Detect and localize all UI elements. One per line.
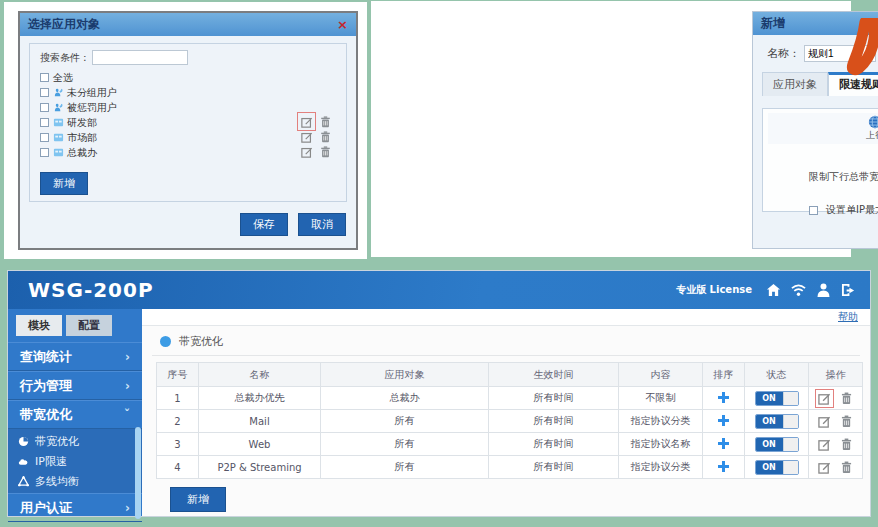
cloud-icon	[18, 456, 29, 467]
tab-rate-limit-rule[interactable]: 限速规则	[828, 72, 878, 96]
sidebar-subitem-bandwidth-opt[interactable]: 带宽优化	[8, 431, 142, 451]
cell-content: 指定协议名称	[619, 433, 703, 456]
close-icon[interactable]: ×	[337, 18, 348, 31]
edit-icon[interactable]	[300, 130, 313, 143]
name-label: 名称：	[767, 46, 800, 61]
cell-target: 所有	[321, 456, 489, 479]
toggle-knob	[783, 461, 798, 474]
on-toggle[interactable]: ON	[755, 437, 799, 452]
cell-no: 3	[157, 433, 199, 456]
dialog-title: 选择应用对象	[28, 16, 100, 33]
dialog-tabs: 应用对象 限速规则	[762, 72, 878, 96]
limit-bandwidth-label: 限制下行总带宽为	[809, 170, 878, 184]
checkbox[interactable]	[40, 73, 49, 82]
search-label: 搜索条件：	[40, 51, 90, 65]
checkbox[interactable]	[40, 88, 49, 97]
rule-name-input[interactable]	[804, 45, 876, 62]
col-ops: 操作	[809, 363, 863, 387]
home-icon[interactable]	[766, 283, 781, 298]
object-list-panel: 搜索条件： 全选 未分组用户 被惩罚用户 研发部	[29, 43, 347, 202]
table-row: 2 Mail 所有 所有时间 指定协议分类 ON	[157, 410, 863, 433]
section-dot-icon	[160, 336, 171, 347]
chevron-right-icon: ›	[125, 501, 130, 515]
add-object-button[interactable]: 新增	[40, 172, 88, 195]
list-item-marketing-dept[interactable]: 市场部	[40, 130, 336, 145]
edit-icon[interactable]	[818, 392, 831, 405]
sort-plus-icon[interactable]	[717, 391, 730, 404]
item-label: 总裁办	[67, 146, 97, 160]
sidebar-subitem-ip-limit[interactable]: IP限速	[8, 451, 142, 471]
delete-icon[interactable]	[840, 438, 853, 451]
logout-icon[interactable]	[841, 283, 856, 298]
list-item-punished-users[interactable]: 被惩罚用户	[40, 100, 336, 115]
col-content: 内容	[619, 363, 703, 387]
on-toggle[interactable]: ON	[755, 414, 799, 429]
delete-icon[interactable]	[840, 461, 853, 474]
cell-ops	[809, 387, 863, 410]
checkbox[interactable]	[40, 148, 49, 157]
cell-name: P2P & Streaming	[199, 456, 321, 479]
checkbox[interactable]	[40, 118, 49, 127]
pie-icon	[18, 436, 29, 447]
on-toggle[interactable]: ON	[755, 391, 799, 406]
sidebar-tab-module[interactable]: 模块	[16, 315, 62, 336]
direction-upstream-button[interactable]: 上行	[768, 113, 878, 144]
sidebar-item-query-stats[interactable]: 查询统计 ›	[8, 342, 142, 371]
delete-icon[interactable]	[319, 145, 332, 158]
edit-icon[interactable]	[818, 461, 831, 474]
sidebar-item-bandwidth-opt[interactable]: 带宽优化 ˇ	[8, 400, 142, 429]
sort-plus-icon[interactable]	[717, 460, 730, 473]
cell-sort	[703, 433, 745, 456]
edit-icon[interactable]	[300, 115, 313, 128]
wifi-icon[interactable]	[791, 283, 806, 298]
list-item-ungrouped-users[interactable]: 未分组用户	[40, 85, 336, 100]
cell-content: 指定协议分类	[619, 456, 703, 479]
item-label: 未分组用户	[67, 86, 117, 100]
delete-icon[interactable]	[840, 392, 853, 405]
sort-plus-icon[interactable]	[717, 437, 730, 450]
list-item-president-office[interactable]: 总裁办	[40, 145, 336, 160]
delete-icon[interactable]	[319, 115, 332, 128]
add-rule-button[interactable]: 新增	[170, 487, 226, 512]
checkbox[interactable]	[40, 103, 49, 112]
cell-status: ON	[745, 456, 809, 479]
user-icon[interactable]	[816, 283, 831, 298]
list-item-select-all[interactable]: 全选	[40, 70, 336, 85]
toggle-knob	[783, 415, 798, 428]
item-label: 被惩罚用户	[67, 101, 117, 115]
edit-icon[interactable]	[818, 438, 831, 451]
list-item-rd-dept[interactable]: 研发部	[40, 115, 336, 130]
sidebar-subitem-multiline-balance[interactable]: 多线均衡	[8, 471, 142, 491]
edit-icon[interactable]	[818, 415, 831, 428]
per-ip-label: 设置单IP最大带宽为	[826, 203, 878, 217]
tab-application-object[interactable]: 应用对象	[762, 72, 828, 96]
item-label: 全选	[53, 71, 73, 85]
bandwidth-submenu: 带宽优化 IP限速 多线均衡	[8, 429, 142, 493]
save-button[interactable]: 保存	[240, 213, 288, 236]
on-toggle[interactable]: ON	[755, 460, 799, 475]
help-link[interactable]: 帮助	[838, 310, 858, 324]
checkbox[interactable]	[40, 133, 49, 142]
search-input[interactable]	[92, 50, 188, 65]
cell-no: 1	[157, 387, 199, 410]
cell-time: 所有时间	[489, 410, 619, 433]
per-ip-checkbox[interactable]	[809, 206, 818, 215]
sidebar-scrollbar[interactable]	[135, 427, 141, 519]
dialog-titlebar: 新增 ×	[753, 12, 878, 35]
page-title: 带宽优化	[179, 334, 223, 349]
department-icon	[53, 117, 64, 128]
toggle-on-label: ON	[756, 392, 783, 405]
cell-name: Mail	[199, 410, 321, 433]
cancel-button[interactable]: 取消	[298, 213, 346, 236]
wsg-main-window: WSG-200P 专业版 License 帮助 模块 配置 查询统计 ›	[7, 270, 871, 517]
brand-logo: WSG-200P	[28, 278, 154, 302]
sidebar-item-behavior-mgmt[interactable]: 行为管理 ›	[8, 371, 142, 400]
edit-icon[interactable]	[300, 145, 313, 158]
delete-icon[interactable]	[840, 415, 853, 428]
cell-name: Web	[199, 433, 321, 456]
sidebar-item-user-auth[interactable]: 用户认证 ›	[8, 493, 142, 522]
delete-icon[interactable]	[319, 130, 332, 143]
sort-plus-icon[interactable]	[717, 414, 730, 427]
select-object-screenshot-card: 选择应用对象 × 搜索条件： 全选 未分组用户 被惩罚用户	[4, 2, 367, 259]
sidebar-tab-config[interactable]: 配置	[66, 315, 112, 336]
